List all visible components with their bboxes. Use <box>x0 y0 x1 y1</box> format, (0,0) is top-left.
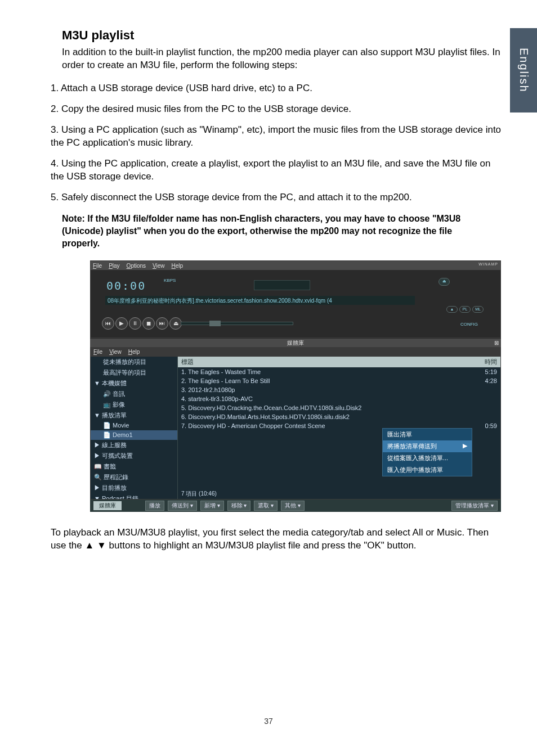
mode-buttons: ▲ PL ML <box>446 306 484 313</box>
ctx-item[interactable]: 匯入使用中播放清單 <box>383 464 472 476</box>
intro-text: In addition to the built-in playlist fun… <box>62 46 503 72</box>
playlist-header: 標題 時間 <box>178 357 500 367</box>
winamp-screenshot: File Play Options View Help WINAMP 00:00… <box>90 260 501 512</box>
step-1: 1. Attach a USB storage device (USB hard… <box>51 82 503 95</box>
library-titlebar: 媒體庫 ⊠ <box>90 338 501 347</box>
kbps-label: KBPS <box>164 278 176 283</box>
btn-play[interactable]: 播放 <box>145 501 164 511</box>
tree-node-selected[interactable]: 📄 Demo1 <box>91 430 177 440</box>
tree-node[interactable]: ▼ 本機媒體 <box>91 378 177 389</box>
btn-add[interactable]: 新增 ▾ <box>200 501 224 511</box>
steps-list: 1. Attach a USB storage device (USB hard… <box>51 82 503 204</box>
tree-node[interactable]: 🔊 音訊 <box>91 389 177 399</box>
tree-node[interactable]: 🔍 歷程記錄 <box>91 472 177 483</box>
tree-node[interactable]: ▶ 可攜式裝置 <box>91 451 177 461</box>
page-title: M3U playlist <box>62 28 503 43</box>
prev-button[interactable]: ⏮ <box>102 317 114 330</box>
btn-other[interactable]: 其他 ▾ <box>281 501 305 511</box>
time-display: 00:00 <box>106 279 146 292</box>
menu-help[interactable]: Help <box>172 263 184 269</box>
playlist-row[interactable]: 1. The Eagles - Wasted Time5:19 <box>178 367 500 376</box>
btn-a[interactable]: ▲ <box>446 306 458 313</box>
menu-file[interactable]: File <box>93 263 102 269</box>
menu-view[interactable]: View <box>153 263 165 269</box>
step-5: 5. Safely disconnect the USB storage dev… <box>51 191 503 204</box>
winamp-player: File Play Options View Help WINAMP 00:00… <box>90 260 501 338</box>
tree-node[interactable]: 最高評等的項目 <box>91 367 177 378</box>
tree-node[interactable]: 📖 書籤 <box>91 461 177 472</box>
status-text: 7 項目 (10:46) <box>178 489 500 499</box>
playlist-row[interactable]: 6. Discovery.HD.Martial.Arts.Hot.Spots.H… <box>178 412 500 421</box>
btn-pl[interactable]: PL <box>459 306 471 313</box>
tree-node[interactable]: ▼ Podcast 目錄 <box>91 493 177 499</box>
page-number: 37 <box>0 717 537 726</box>
menu-play[interactable]: Play <box>109 263 119 269</box>
transport-controls: ⏮ ▶ ⏸ ◼ ⏭ ⏏ <box>102 317 182 330</box>
next-button[interactable]: ⏭ <box>156 317 168 330</box>
col-title[interactable]: 標題 <box>181 358 194 366</box>
btn-remove[interactable]: 移除 ▾ <box>227 501 251 511</box>
eq-button[interactable]: ⏏ <box>438 278 450 286</box>
playlist-row[interactable]: 3. 2012-tlr2.h1080p <box>178 385 500 394</box>
note-text: Note: If the M3U file/folder name has no… <box>62 213 492 249</box>
lib-menu-view[interactable]: View <box>109 349 122 355</box>
eject-button[interactable]: ⏏ <box>169 317 182 330</box>
language-tab-text: English <box>517 48 530 93</box>
lib-menu-file[interactable]: File <box>93 349 102 355</box>
playlist-row[interactable]: 2. The Eagles - Learn To Be Still4:28 <box>178 376 500 385</box>
playlist-row[interactable]: 4. startrek-tlr3.1080p-AVC <box>178 394 500 403</box>
winamp-brand: WINAMP <box>478 262 498 266</box>
context-menu: 匯出清單 將播放清單傳送到 ▶ 從檔案匯入播放清單... 匯入使用中播放清單 <box>382 428 472 476</box>
track-marquee: 08年度维多利亚的秘密时尚内衣秀].the.victorias.secret.f… <box>105 296 415 305</box>
stop-button[interactable]: ◼ <box>142 317 155 330</box>
language-tab: English <box>510 28 537 112</box>
library-bottom: 7 項目 (10:46) <box>178 489 500 499</box>
visualizer <box>254 280 310 290</box>
ctx-item[interactable]: 匯出清單 <box>383 429 472 440</box>
btn-ml[interactable]: ML <box>472 306 484 313</box>
tree-node[interactable]: 從未播放的項目 <box>91 357 177 367</box>
col-time[interactable]: 時間 <box>485 358 497 366</box>
step-4: 4. Using the PC application, create a pl… <box>51 158 503 183</box>
after-text: To playback an M3U/M3U8 playlist, you fi… <box>51 526 503 552</box>
tree-node[interactable]: ▶ 目前播放 <box>91 483 177 493</box>
config-label[interactable]: CONFIG <box>460 322 478 327</box>
ctx-item[interactable]: 從檔案匯入播放清單... <box>383 452 472 464</box>
btn-manage[interactable]: 管理播放清單 ▾ <box>451 501 498 511</box>
pause-button[interactable]: ⏸ <box>129 317 141 330</box>
play-button[interactable]: ▶ <box>115 317 128 330</box>
playlist-row[interactable]: 5. Discovery.HD.Cracking.the.Ocean.Code.… <box>178 403 500 412</box>
lib-menu-help[interactable]: Help <box>128 349 140 355</box>
seek-thumb[interactable] <box>209 321 221 326</box>
tree-node[interactable]: 📺 影像 <box>91 399 177 410</box>
library-menubar: File View Help <box>90 347 501 356</box>
winamp-menubar: File Play Options View Help <box>91 261 500 270</box>
menu-options[interactable]: Options <box>127 263 146 269</box>
btn-sendto[interactable]: 傳送到 ▾ <box>168 501 197 511</box>
tree-node[interactable]: ▶ 線上服務 <box>91 440 177 451</box>
tree-node[interactable]: ▼ 播放清單 <box>91 410 177 421</box>
tree-node[interactable]: 📄 Movie <box>91 421 177 430</box>
close-icon[interactable]: ⊠ <box>494 339 499 348</box>
btn-select[interactable]: 選取 ▾ <box>254 501 278 511</box>
step-3: 3. Using a PC application (such as "Wina… <box>51 124 503 150</box>
library-toolbar: 媒體庫 播放 傳送到 ▾ 新增 ▾ 移除 ▾ 選取 ▾ 其他 ▾ 管理播放清單 … <box>90 500 501 512</box>
library-title: 媒體庫 <box>287 340 304 346</box>
library-pane: 從未播放的項目 最高評等的項目 ▼ 本機媒體 🔊 音訊 📺 影像 ▼ 播放清單 … <box>90 356 501 500</box>
seek-bar[interactable] <box>181 322 293 325</box>
toolbar-label: 媒體庫 <box>93 501 122 510</box>
library-tree[interactable]: 從未播放的項目 最高評等的項目 ▼ 本機媒體 🔊 音訊 📺 影像 ▼ 播放清單 … <box>91 357 178 499</box>
library-content: 標題 時間 1. The Eagles - Wasted Time5:19 2.… <box>178 357 500 499</box>
ctx-item-selected[interactable]: 將播放清單傳送到 ▶ <box>383 440 472 452</box>
step-2: 2. Copy the desired music files from the… <box>51 103 503 116</box>
